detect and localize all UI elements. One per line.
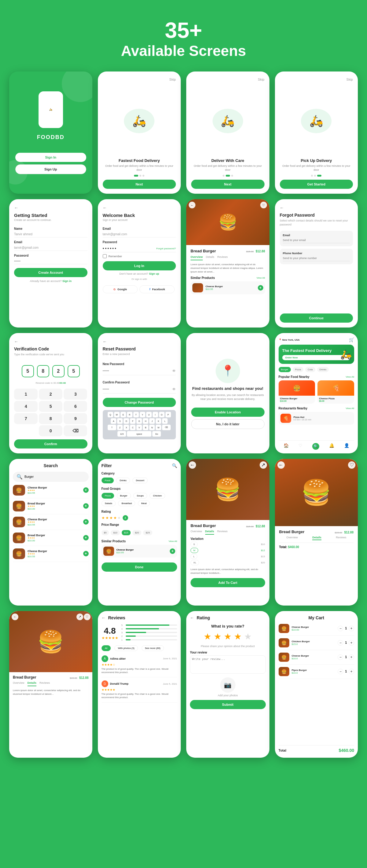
key-u[interactable]: U	[146, 412, 152, 417]
email-option[interactable]: Email	[280, 231, 353, 246]
key-backspace[interactable]: ⌫	[162, 425, 171, 430]
key-f[interactable]: F	[130, 418, 136, 424]
cat-burger[interactable]: Burger	[279, 367, 291, 372]
search-result-1[interactable]: 🍔 Cheese Burger ★★★★ $10.55 +	[13, 485, 89, 498]
plus-3[interactable]: +	[349, 654, 354, 660]
add-icon-filter[interactable]: +	[170, 549, 175, 554]
add-btn-2[interactable]: +	[83, 503, 89, 509]
key-k[interactable]: K	[156, 418, 161, 424]
cart-icon-home[interactable]: 🛒	[349, 337, 354, 342]
key-del[interactable]: ⌫	[64, 425, 87, 436]
key-4[interactable]: 4	[14, 401, 38, 412]
food-tab-details[interactable]: Details	[312, 536, 321, 540]
product2-tab-reviews[interactable]: Reviews	[217, 530, 228, 535]
confirm-btn[interactable]: Confirm	[14, 439, 87, 448]
nav-bell-icon[interactable]: 🔔	[329, 443, 334, 450]
key-a[interactable]: A	[111, 418, 116, 424]
change-password-btn[interactable]: Change Password	[103, 398, 176, 407]
key-j[interactable]: J	[149, 418, 155, 424]
key-b[interactable]: B	[143, 425, 148, 430]
bl-tab-overview[interactable]: Overview	[13, 681, 25, 686]
review-textarea[interactable]	[190, 655, 266, 674]
var-s[interactable]: S	[191, 542, 198, 547]
key-i[interactable]: I	[152, 412, 158, 417]
key-q[interactable]: Q	[108, 412, 113, 417]
search-result-5[interactable]: 🍔 Cheese Burger ★★★★ $10.55 +	[13, 549, 89, 562]
new-pass-input[interactable]	[103, 368, 172, 374]
key-y[interactable]: Y	[140, 412, 145, 417]
key-h[interactable]: H	[143, 418, 148, 424]
code-box-1[interactable]: 5	[22, 365, 34, 377]
back-icon-login[interactable]: ←	[103, 205, 176, 210]
signup-link[interactable]: Sign up	[149, 272, 159, 275]
burger-large-share[interactable]: ↗	[77, 614, 83, 620]
key-z[interactable]: Z	[117, 425, 123, 430]
cat-drinks[interactable]: Drinks	[317, 367, 329, 372]
price-20[interactable]: $20	[133, 530, 141, 535]
plus-1[interactable]: +	[349, 626, 354, 631]
rate-star-4[interactable]: ★	[234, 631, 242, 642]
back-icon-rating[interactable]: ←	[190, 615, 194, 620]
phone-option[interactable]: Phone Number	[280, 249, 353, 264]
key-d[interactable]: D	[123, 418, 129, 424]
skip-1[interactable]: Skip	[103, 78, 176, 81]
chip-pizza[interactable]: Pizza	[102, 493, 114, 499]
rate-star-1[interactable]: ★	[204, 631, 211, 642]
restaurants-view-all[interactable]: View All	[346, 407, 354, 410]
key-6[interactable]: 6	[64, 401, 87, 412]
name-input[interactable]	[14, 231, 87, 238]
chip-meat[interactable]: Meat	[138, 500, 150, 506]
forgot-link[interactable]: Forgot password?	[156, 247, 176, 250]
star-3[interactable]: ★	[110, 516, 113, 520]
code-box-3[interactable]: 2	[52, 365, 64, 377]
add-icon[interactable]: +	[258, 285, 263, 290]
back-icon-fp[interactable]: ←	[280, 205, 353, 210]
plus-2[interactable]: +	[349, 640, 354, 646]
chip-drinks[interactable]: Drinks	[116, 477, 130, 483]
minus-3[interactable]: −	[338, 654, 343, 660]
fp-phone-input[interactable]	[283, 255, 350, 261]
done-btn[interactable]: Done	[102, 562, 177, 571]
key-x[interactable]: X	[123, 425, 129, 430]
food-tab-reviews[interactable]: Reviews	[336, 536, 346, 540]
food-tab-overview[interactable]: Overview	[286, 536, 298, 540]
key-v[interactable]: V	[136, 425, 142, 430]
minus-4[interactable]: −	[338, 669, 343, 674]
skip-location-btn[interactable]: No, I do it later	[191, 419, 264, 429]
nav-heart-icon[interactable]: ♡	[299, 443, 303, 450]
back-icon-verify[interactable]: ←	[14, 339, 87, 344]
key-s[interactable]: S	[117, 418, 123, 424]
create-account-btn[interactable]: Create Account	[14, 268, 87, 277]
facebook-btn[interactable]: f Facebook	[139, 285, 175, 293]
chip-chicken[interactable]: Chicken	[149, 493, 165, 499]
remember-checkbox[interactable]	[103, 254, 107, 258]
code-box-4[interactable]: 5	[67, 365, 80, 377]
bl-tab-reviews[interactable]: Reviews	[39, 681, 50, 686]
search-result-4[interactable]: 🍔 Bread Burger ★★★★ $10.00 +	[13, 532, 89, 546]
food-photo-back[interactable]: ←	[277, 461, 285, 469]
key-t[interactable]: T	[133, 412, 139, 417]
search-result-3[interactable]: 🍔 Cheese Burger ★★★★ $10.55 +	[13, 517, 89, 530]
similar-filter-viewall[interactable]: View All	[169, 540, 177, 542]
next-btn-2[interactable]: Next	[191, 180, 264, 189]
key-g[interactable]: G	[136, 418, 142, 424]
rate-star-2[interactable]: ★	[214, 631, 221, 642]
burger-large-back[interactable]: ←	[11, 614, 18, 620]
minus-2[interactable]: −	[338, 640, 343, 646]
key-8[interactable]: 8	[39, 413, 62, 424]
chip-salads[interactable]: Salads	[102, 500, 116, 506]
get-started-btn[interactable]: Get Started	[280, 180, 353, 189]
add-btn-1[interactable]: +	[83, 487, 89, 493]
star-1[interactable]: ★	[102, 516, 105, 520]
var-l[interactable]: L	[191, 554, 197, 559]
add-to-cart-btn[interactable]: Add To Cart	[191, 578, 265, 587]
search-result-2[interactable]: 🍔 Bread Burger ★★★★ $10.00 +	[13, 501, 89, 514]
chip-photos[interactable]: With photos (3)	[114, 645, 138, 651]
price-25[interactable]: $25	[143, 530, 152, 535]
food-card-2[interactable]: 🍕 Cheese Pizza $8.00	[317, 380, 354, 404]
minus-1[interactable]: −	[338, 626, 343, 631]
login-btn[interactable]: Log In	[103, 261, 176, 270]
key-c[interactable]: C	[130, 425, 136, 430]
chip-food[interactable]: Food	[102, 477, 114, 483]
fp-email-input[interactable]	[283, 238, 350, 243]
